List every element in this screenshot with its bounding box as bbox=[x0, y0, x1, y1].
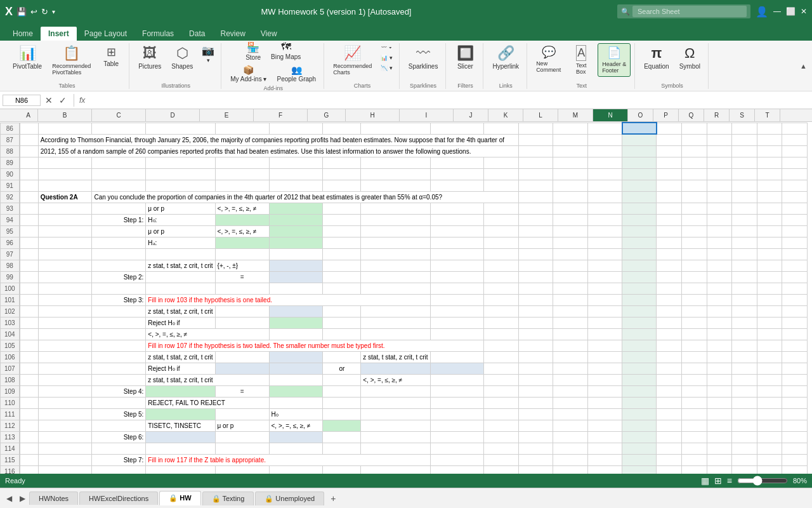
col-header-R[interactable]: R bbox=[704, 109, 730, 121]
cell-D106[interactable]: z stat, t stat, z crit, t crit bbox=[146, 351, 215, 363]
cell-F86[interactable] bbox=[269, 123, 323, 134]
col-header-I[interactable]: I bbox=[400, 109, 454, 121]
cell-K86[interactable] bbox=[518, 123, 553, 134]
bar-chart-button[interactable]: 📊 ▾ bbox=[378, 53, 395, 62]
cell-O87[interactable] bbox=[657, 134, 682, 145]
area-chart-button[interactable]: 📉 ▾ bbox=[378, 64, 395, 72]
sheet-tab-hw[interactable]: 🔒 HW bbox=[159, 491, 200, 505]
col-header-C[interactable]: C bbox=[92, 109, 146, 121]
cell-D115[interactable]: Fill in row 117 if the Z table is approp… bbox=[146, 454, 430, 465]
hyperlink-button[interactable]: 🔗 Hyperlink bbox=[488, 43, 523, 72]
cell-D104[interactable]: <, >, =, ≤, ≥, ≠ bbox=[146, 328, 269, 340]
col-header-S[interactable]: S bbox=[730, 109, 755, 121]
text-box-button[interactable]: A TextBox bbox=[567, 43, 595, 77]
cell-D93[interactable]: μ or p bbox=[146, 203, 215, 214]
cell-L88[interactable] bbox=[553, 145, 587, 157]
line-chart-button[interactable]: 〰 ▾ bbox=[378, 43, 395, 52]
col-header-H[interactable]: H bbox=[346, 109, 400, 121]
col-header-O[interactable]: O bbox=[628, 109, 653, 121]
cell-S86[interactable] bbox=[757, 123, 782, 134]
col-header-Q[interactable]: Q bbox=[679, 109, 704, 121]
col-header-G[interactable]: G bbox=[308, 109, 346, 121]
cell-D102[interactable]: z stat, t stat, z crit, t crit bbox=[146, 305, 215, 317]
row-num-87[interactable]: 87 bbox=[1, 134, 20, 145]
normal-view-icon[interactable]: ▦ bbox=[701, 476, 709, 486]
cell-G86[interactable] bbox=[323, 123, 361, 134]
search-input[interactable] bbox=[632, 6, 747, 17]
pictures-button[interactable]: 🖼 Pictures bbox=[134, 43, 165, 72]
cell-G106[interactable] bbox=[323, 351, 361, 363]
add-sheet-button[interactable]: + bbox=[325, 491, 341, 506]
cell-Q88[interactable] bbox=[707, 145, 732, 157]
cell-F99[interactable] bbox=[269, 271, 323, 283]
formula-input[interactable] bbox=[90, 97, 809, 104]
cell-E94[interactable] bbox=[215, 214, 269, 225]
ribbon-collapse-icon[interactable]: ▲ bbox=[800, 62, 807, 70]
cell-F112[interactable]: <, >, =, ≤, ≥, ≠ bbox=[269, 420, 323, 431]
recommended-pivot-button[interactable]: 📋 RecommendedPivotTables bbox=[48, 43, 95, 77]
cell-E109[interactable]: = bbox=[215, 385, 269, 397]
undo-icon[interactable]: ↩ bbox=[30, 7, 37, 17]
people-graph-button[interactable]: 👥 People Graph bbox=[273, 64, 320, 84]
name-box[interactable] bbox=[3, 95, 41, 106]
cell-B87[interactable]: According to Thomson Financial, through … bbox=[38, 134, 518, 145]
col-header-A[interactable]: A bbox=[19, 109, 38, 121]
redo-icon[interactable]: ↻ bbox=[41, 7, 48, 17]
cell-N86[interactable] bbox=[622, 123, 657, 134]
cell-D101[interactable]: Fill in row 103 if the hypothesis is one… bbox=[146, 294, 430, 305]
cell-D86[interactable] bbox=[146, 123, 215, 134]
cell-F109[interactable] bbox=[269, 385, 323, 397]
cell-D96[interactable]: Hₐ: bbox=[146, 237, 215, 248]
cell-D103[interactable]: Reject H₀ if bbox=[146, 317, 215, 328]
cell-C86[interactable] bbox=[92, 123, 146, 134]
cell-D111[interactable] bbox=[146, 408, 215, 420]
cell-E86[interactable] bbox=[215, 123, 269, 134]
tab-formulas[interactable]: Formulas bbox=[134, 27, 181, 41]
cell-G112[interactable] bbox=[323, 420, 361, 431]
cell-O88[interactable] bbox=[657, 145, 682, 157]
tab-data[interactable]: Data bbox=[181, 27, 213, 41]
user-icon[interactable]: 👤 bbox=[756, 6, 768, 18]
cell-F102[interactable] bbox=[269, 305, 323, 317]
cell-N88[interactable] bbox=[622, 145, 657, 157]
cell-B88[interactable]: 2012, 155 of a random sample of 260 comp… bbox=[38, 145, 518, 157]
cell-C113[interactable]: Step 6: bbox=[92, 431, 146, 443]
cell-N87[interactable] bbox=[622, 134, 657, 145]
cell-Q86[interactable] bbox=[707, 123, 732, 134]
tab-insert[interactable]: Insert bbox=[41, 27, 77, 41]
cell-D99[interactable] bbox=[146, 271, 215, 283]
row-num-86[interactable]: 86 bbox=[1, 123, 20, 134]
cell-H86[interactable] bbox=[361, 123, 430, 134]
cell-R87[interactable] bbox=[732, 134, 757, 145]
cell-S87[interactable] bbox=[757, 134, 782, 145]
cell-D108[interactable]: z stat, t stat, z crit, t crit bbox=[146, 374, 269, 385]
my-addins-button[interactable]: 📦 My Add-ins ▾ bbox=[226, 64, 270, 84]
sheet-tab-hwexceldirections[interactable]: HWExcelDirections bbox=[79, 491, 158, 505]
col-header-N[interactable]: N bbox=[593, 109, 628, 121]
cell-F111[interactable]: H₀ bbox=[269, 408, 323, 420]
col-header-T[interactable]: T bbox=[755, 109, 780, 121]
table-button[interactable]: ⊞ Table bbox=[97, 43, 125, 77]
cell-D107[interactable]: Reject H₀ if bbox=[146, 363, 215, 374]
cell-F96[interactable] bbox=[269, 237, 323, 248]
cell-T87[interactable] bbox=[782, 134, 808, 145]
cell-F98[interactable] bbox=[269, 260, 323, 271]
cancel-formula-icon[interactable]: ✕ bbox=[43, 95, 55, 105]
tab-home[interactable]: Home bbox=[5, 27, 41, 41]
spreadsheet[interactable]: 86 bbox=[0, 122, 812, 474]
symbol-button[interactable]: Ω Symbol bbox=[676, 43, 704, 72]
col-header-M[interactable]: M bbox=[558, 109, 593, 121]
col-header-P[interactable]: P bbox=[653, 109, 679, 121]
sheet-tab-hwnotes[interactable]: HWNotes bbox=[29, 491, 78, 505]
cell-L86[interactable] bbox=[553, 123, 587, 134]
sheet-tab-unemployed[interactable]: 🔒 Unemployed bbox=[255, 491, 324, 505]
cell-L87[interactable] bbox=[553, 134, 587, 145]
cell-D110[interactable]: REJECT, FAIL TO REJECT bbox=[146, 397, 269, 408]
cell-C109[interactable]: Step 4: bbox=[92, 385, 146, 397]
restore-icon[interactable]: ⬜ bbox=[786, 7, 796, 16]
cell-E98[interactable]: {+, -, ±} bbox=[215, 260, 269, 271]
confirm-formula-icon[interactable]: ✓ bbox=[57, 95, 69, 105]
cell-A86[interactable] bbox=[20, 123, 39, 134]
tab-view[interactable]: View bbox=[253, 27, 285, 41]
cell-Q87[interactable] bbox=[707, 134, 732, 145]
